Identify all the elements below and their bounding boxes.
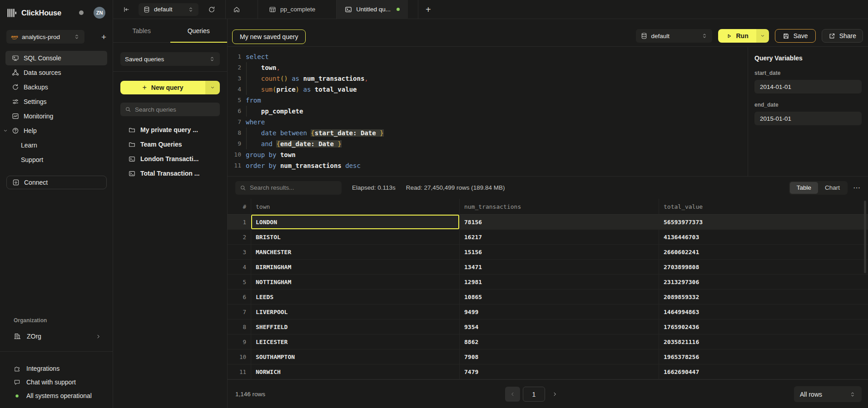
column-header-town[interactable]: town	[251, 199, 459, 215]
view-table[interactable]: Table	[790, 182, 818, 194]
refresh-icon[interactable]	[208, 6, 215, 13]
query-variables-title: Query Variables	[754, 54, 862, 62]
cell-num-transactions[interactable]: 13471	[459, 260, 659, 275]
tab-untitled-qu[interactable]: Untitled qu...	[337, 0, 408, 19]
page-number[interactable]: 1	[523, 387, 545, 402]
cell-num-transactions[interactable]: 9354	[459, 320, 659, 334]
home-button[interactable]	[226, 6, 248, 13]
new-query-dropdown[interactable]	[205, 81, 220, 94]
sidebar-item-backups[interactable]: Backups	[5, 80, 107, 94]
column-header-index[interactable]: #	[228, 199, 251, 215]
saved-query-item[interactable]: London Transacti...	[113, 152, 227, 166]
search-queries-input[interactable]	[135, 106, 215, 113]
tab-queries[interactable]: Queries	[170, 19, 228, 42]
new-query-button[interactable]: + New query	[120, 81, 220, 94]
cell-num-transactions[interactable]: 78156	[459, 215, 659, 230]
cell-town[interactable]: NOTTINGHAM	[251, 275, 459, 290]
tab-tables[interactable]: Tables	[113, 19, 170, 42]
cell-num-transactions[interactable]: 7479	[459, 364, 659, 379]
results-menu-button[interactable]: ⋯	[853, 183, 861, 192]
start-date-input[interactable]	[754, 80, 862, 93]
prev-page-button[interactable]	[505, 387, 520, 402]
cell-num-transactions[interactable]: 7908	[459, 349, 659, 364]
cell-town[interactable]: BRISTOL	[251, 230, 459, 245]
cell-town[interactable]: BIRMINGHAM	[251, 260, 459, 275]
cell-town[interactable]: LONDON	[251, 215, 459, 230]
cell-total-value[interactable]: 1662690447	[659, 364, 868, 379]
run-main[interactable]: Run	[718, 29, 756, 43]
avatar[interactable]: ZN	[94, 7, 105, 19]
row-index: 4	[228, 260, 251, 275]
row-index: 10	[228, 349, 251, 364]
save-button[interactable]: Save	[775, 29, 816, 43]
table-scrollbar[interactable]	[864, 201, 866, 273]
new-query-main[interactable]: + New query	[120, 81, 205, 94]
cell-total-value[interactable]: 1464994863	[659, 305, 868, 320]
view-chart[interactable]: Chart	[818, 182, 847, 194]
next-page-button[interactable]	[549, 387, 560, 402]
cell-town[interactable]: NORWICH	[251, 364, 459, 379]
cell-town[interactable]: LEEDS	[251, 290, 459, 305]
database-selector[interactable]: default	[139, 3, 198, 16]
column-header-total-value[interactable]: total_value	[659, 199, 868, 215]
plus-icon: +	[142, 84, 146, 92]
end-date-input[interactable]	[754, 112, 862, 125]
sidebar-item-data-sources[interactable]: Data sources	[5, 65, 107, 80]
sidebar-item-help[interactable]: Help	[5, 123, 107, 138]
saved-query-item[interactable]: Total Transaction ...	[113, 166, 227, 181]
share-button[interactable]: Share	[822, 29, 863, 43]
cell-num-transactions[interactable]: 15156	[459, 245, 659, 260]
run-button[interactable]: Run	[718, 29, 769, 43]
cell-total-value[interactable]: 2703899808	[659, 260, 868, 275]
sidebar-item-organization[interactable]: ZOrg	[5, 329, 108, 344]
editor-database-selector[interactable]: default	[636, 29, 712, 43]
cell-town[interactable]: LIVERPOOL	[251, 305, 459, 320]
page-size-selector[interactable]: All rows	[794, 386, 862, 402]
row-index: 9	[228, 334, 251, 349]
service-selector[interactable]: aws analytics-prod	[6, 30, 84, 44]
cell-total-value[interactable]: 2035821116	[659, 334, 868, 349]
sidebar-item-chat-with-support[interactable]: Chat with support	[5, 375, 108, 389]
cell-town[interactable]: MANCHESTER	[251, 245, 459, 260]
search-results-box[interactable]	[235, 181, 342, 195]
cell-num-transactions[interactable]: 8862	[459, 334, 659, 349]
connect-button[interactable]: Connect	[6, 176, 107, 189]
saved-query-item[interactable]: Team Queries	[113, 137, 227, 152]
cell-num-transactions[interactable]: 16217	[459, 230, 659, 245]
search-results-input[interactable]	[250, 184, 337, 191]
cell-town[interactable]: SHEFFIELD	[251, 320, 459, 334]
saved-queries-selector[interactable]: Saved queries	[120, 52, 220, 66]
sidebar-item-monitoring[interactable]: Monitoring	[5, 109, 107, 123]
sidebar-item-support[interactable]: Support	[5, 152, 107, 167]
line-number: 8	[228, 128, 241, 138]
sql-editor[interactable]: 1select2 town,3 count() as num_transacti…	[228, 47, 747, 176]
cell-total-value[interactable]: 1965378256	[659, 349, 868, 364]
cell-num-transactions[interactable]: 12981	[459, 275, 659, 290]
sidebar-item-label: Help	[24, 127, 37, 134]
sidebar-item-learn[interactable]: Learn	[5, 138, 107, 152]
cell-num-transactions[interactable]: 9499	[459, 305, 659, 320]
cell-total-value[interactable]: 4136446703	[659, 230, 868, 245]
sidebar-item-integrations[interactable]: Integrations	[5, 362, 108, 375]
sidebar-item-settings[interactable]: Settings	[5, 94, 107, 109]
cell-total-value[interactable]: 2089859332	[659, 290, 868, 305]
sidebar-item-all-systems-operational[interactable]: All systems operational	[5, 389, 108, 403]
cell-total-value[interactable]: 1765902436	[659, 320, 868, 334]
chevdown-icon	[3, 128, 8, 133]
cell-num-transactions[interactable]: 10865	[459, 290, 659, 305]
saved-query-item[interactable]: My private query ...	[113, 123, 227, 137]
add-service-button[interactable]: +	[101, 33, 106, 41]
run-options-dropdown[interactable]	[756, 29, 769, 43]
new-tab-button[interactable]: +	[426, 5, 431, 14]
search-queries-box[interactable]	[120, 103, 220, 116]
column-header-num-transactions[interactable]: num_transactions	[459, 199, 659, 215]
saved-query-tab[interactable]: My new saved query	[232, 29, 306, 44]
cell-total-value[interactable]: 2313297306	[659, 275, 868, 290]
cell-total-value[interactable]: 56593977373	[659, 215, 868, 230]
cell-town[interactable]: SOUTHAMPTON	[251, 349, 459, 364]
tab-pp-complete[interactable]: pp_complete	[258, 0, 326, 19]
cell-total-value[interactable]: 2660602241	[659, 245, 868, 260]
cell-town[interactable]: LEICESTER	[251, 334, 459, 349]
sidebar-item-sql-console[interactable]: SQL Console	[5, 51, 107, 65]
collapse-sidebar-icon[interactable]	[123, 6, 130, 13]
